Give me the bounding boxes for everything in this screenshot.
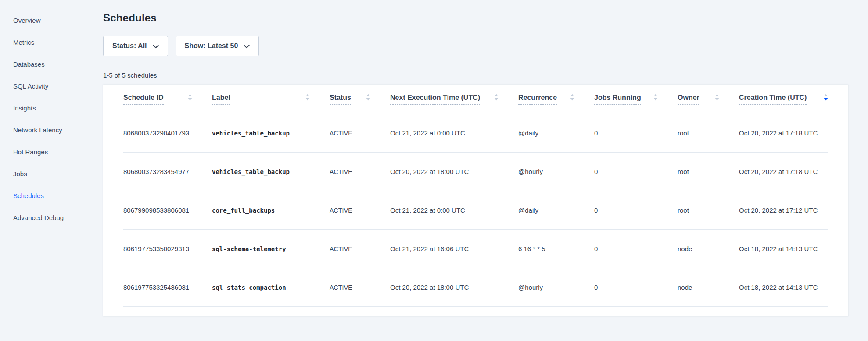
column-header-label[interactable]: Label	[212, 94, 230, 105]
creation-time-cell: Oct 18, 2022 at 14:13 UTC	[739, 284, 828, 291]
schedule-label-cell: vehicles_table_backup	[212, 130, 330, 137]
sidebar-item-label: Network Latency	[13, 126, 62, 134]
schedule-id-cell: 806799098533806081	[123, 206, 212, 214]
column-header: Jobs Running	[594, 94, 678, 105]
status-cell: ACTIVE	[330, 284, 390, 291]
sidebar-item-schedules[interactable]: Schedules	[0, 185, 103, 206]
sort-icon[interactable]	[653, 94, 658, 103]
column-header-label[interactable]: Recurrence	[518, 94, 557, 105]
schedule-id-cell: 806197753325486081	[123, 284, 212, 291]
creation-time-cell: Oct 20, 2022 at 17:12 UTC	[739, 206, 828, 214]
creation-time-cell: Oct 18, 2022 at 14:13 UTC	[739, 245, 828, 252]
status-cell: ACTIVE	[330, 245, 390, 252]
table-body: 806800373290401793 vehicles_table_backup…	[123, 114, 828, 307]
column-header-label[interactable]: Creation Time (UTC)	[739, 94, 807, 105]
recurrence-cell: @daily	[518, 206, 594, 214]
sidebar-nav: Overview Metrics Databases SQL Activity …	[0, 0, 103, 341]
sidebar-item-metrics[interactable]: Metrics	[0, 31, 103, 53]
owner-cell: root	[678, 129, 739, 137]
show-limit-dropdown[interactable]: Show: Latest 50	[176, 36, 259, 56]
sort-icon[interactable]	[366, 94, 370, 103]
chevron-down-icon	[244, 43, 250, 50]
column-header-label[interactable]: Status	[330, 94, 351, 105]
status-cell: ACTIVE	[330, 130, 390, 137]
sort-icon[interactable]	[188, 94, 192, 103]
column-header: Recurrence	[518, 94, 594, 105]
table-header-row: Schedule ID Label Status	[123, 85, 828, 114]
recurrence-cell: @daily	[518, 129, 594, 137]
sidebar-item-advanced-debug[interactable]: Advanced Debug	[0, 206, 103, 228]
schedules-table-card: Schedule ID Label Status	[103, 85, 848, 316]
sidebar-item-label: Hot Ranges	[13, 148, 48, 156]
sidebar-item-hot-ranges[interactable]: Hot Ranges	[0, 141, 103, 163]
column-header: Status	[330, 94, 390, 105]
recurrence-cell: @hourly	[518, 284, 594, 291]
sidebar-item-label: SQL Activity	[13, 82, 48, 90]
table-row[interactable]: 806800373290401793 vehicles_table_backup…	[123, 114, 828, 153]
creation-time-cell: Oct 20, 2022 at 17:18 UTC	[739, 168, 828, 175]
next-execution-cell: Oct 20, 2022 at 18:00 UTC	[390, 168, 518, 175]
table-row[interactable]: 806197753325486081 sql-stats-compaction …	[123, 268, 828, 307]
status-filter-dropdown[interactable]: Status: All	[103, 36, 168, 56]
jobs-running-cell: 0	[594, 284, 678, 291]
jobs-running-cell: 0	[594, 129, 678, 137]
main-content: Schedules Status: All Show: Latest 50 1-…	[103, 0, 848, 316]
column-header: Next Execution Time (UTC)	[390, 94, 518, 105]
show-limit-label: Show: Latest 50	[185, 42, 238, 50]
sort-icon[interactable]	[715, 94, 719, 103]
table-row[interactable]: 806799098533806081 core_full_backups ACT…	[123, 191, 828, 230]
column-header-label[interactable]: Next Execution Time (UTC)	[390, 94, 480, 105]
next-execution-cell: Oct 21, 2022 at 0:00 UTC	[390, 129, 518, 137]
owner-cell: root	[678, 206, 739, 214]
sort-icon[interactable]	[305, 94, 310, 103]
next-execution-cell: Oct 21, 2022 at 16:06 UTC	[390, 245, 518, 252]
recurrence-cell: 6 16 * * 5	[518, 245, 594, 252]
schedule-id-cell: 806800373290401793	[123, 129, 212, 137]
sidebar-item-overview[interactable]: Overview	[0, 9, 103, 31]
sidebar-item-label: Insights	[13, 104, 36, 112]
sidebar-item-databases[interactable]: Databases	[0, 53, 103, 75]
sidebar-item-label: Metrics	[13, 39, 34, 46]
sort-icon[interactable]	[570, 94, 574, 103]
column-header-label[interactable]: Jobs Running	[594, 94, 641, 105]
owner-cell: node	[678, 245, 739, 252]
recurrence-cell: @hourly	[518, 168, 594, 175]
next-execution-cell: Oct 20, 2022 at 18:00 UTC	[390, 284, 518, 291]
sidebar-item-label: Databases	[13, 60, 45, 68]
schedule-label-cell: sql-stats-compaction	[212, 284, 330, 291]
status-filter-label: Status: All	[112, 42, 147, 50]
status-cell: ACTIVE	[330, 207, 390, 214]
table-row[interactable]: 806800373283454977 vehicles_table_backup…	[123, 153, 828, 191]
chevron-down-icon	[153, 43, 159, 50]
sidebar-item-network-latency[interactable]: Network Latency	[0, 119, 103, 141]
sidebar-item-label: Overview	[13, 17, 41, 24]
schedule-id-cell: 806800373283454977	[123, 168, 212, 175]
filter-bar: Status: All Show: Latest 50	[103, 36, 848, 56]
jobs-running-cell: 0	[594, 168, 678, 175]
column-header-label[interactable]: Owner	[678, 94, 699, 105]
sort-icon[interactable]	[824, 94, 828, 103]
jobs-running-cell: 0	[594, 206, 678, 214]
column-header: Schedule ID	[123, 94, 212, 105]
next-execution-cell: Oct 21, 2022 at 0:00 UTC	[390, 206, 518, 214]
creation-time-cell: Oct 20, 2022 at 17:18 UTC	[739, 129, 828, 137]
schedule-label-cell: core_full_backups	[212, 207, 330, 214]
column-header: Creation Time (UTC)	[739, 94, 828, 105]
results-count: 1-5 of 5 schedules	[103, 71, 848, 79]
sidebar-item-label: Schedules	[13, 192, 44, 199]
column-header: Label	[212, 94, 330, 105]
schedule-label-cell: sql-schema-telemetry	[212, 245, 330, 252]
column-header-label[interactable]: Schedule ID	[123, 94, 164, 105]
schedule-label-cell: vehicles_table_backup	[212, 168, 330, 175]
table-row[interactable]: 806197753350029313 sql-schema-telemetry …	[123, 230, 828, 268]
sidebar-item-label: Advanced Debug	[13, 214, 64, 221]
status-cell: ACTIVE	[330, 168, 390, 175]
sidebar-item-insights[interactable]: Insights	[0, 97, 103, 119]
sidebar-item-label: Jobs	[13, 170, 27, 178]
sort-icon[interactable]	[494, 94, 499, 103]
column-header: Owner	[678, 94, 739, 105]
sidebar-item-jobs[interactable]: Jobs	[0, 163, 103, 185]
jobs-running-cell: 0	[594, 245, 678, 252]
owner-cell: node	[678, 284, 739, 291]
sidebar-item-sql-activity[interactable]: SQL Activity	[0, 75, 103, 97]
